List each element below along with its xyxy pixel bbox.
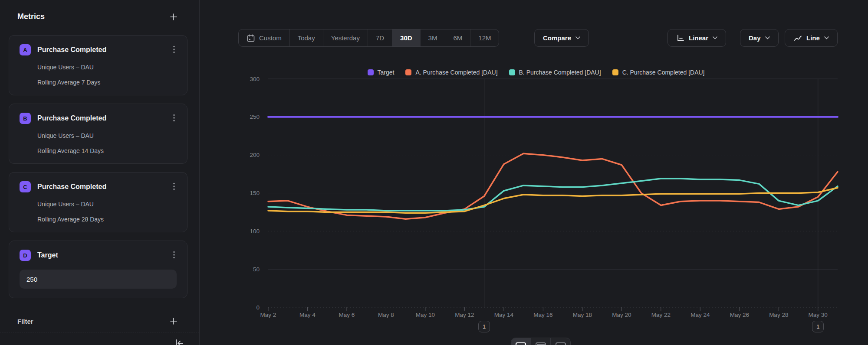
x-axis-label-may-4: May 4: [299, 312, 316, 318]
x-axis-label-may-30: May 30: [809, 312, 828, 318]
y-axis-label-250: 250: [250, 114, 260, 120]
view-option-table-view[interactable]: [551, 338, 570, 345]
y-axis-label-300: 300: [250, 76, 260, 82]
x-axis-label-may-26: May 26: [730, 312, 749, 318]
x-axis-label-may-24: May 24: [690, 312, 710, 318]
y-axis-label-150: 150: [250, 190, 260, 196]
metrics-line-chart: 050100150200250300May 2May 4May 6May 8Ma…: [0, 0, 868, 345]
metrics-dashboard: { "colors": { "background": "#1b1c20", "…: [0, 0, 868, 345]
series-line-b: [268, 179, 838, 211]
y-axis-label-100: 100: [250, 228, 260, 234]
split-view-icon: [535, 342, 546, 345]
x-axis-label-may-16: May 16: [533, 312, 552, 318]
x-axis-label-may-10: May 10: [416, 312, 435, 318]
y-axis-label-0: 0: [256, 304, 260, 311]
annotation-count-badge[interactable]: 1: [812, 321, 824, 332]
x-axis-label-may-6: May 6: [339, 312, 355, 318]
x-axis-label-may-18: May 18: [573, 312, 592, 318]
table-view-icon: [555, 342, 566, 345]
x-axis-label-may-14: May 14: [494, 312, 514, 318]
view-switcher: [511, 338, 571, 345]
view-option-line-view[interactable]: [511, 338, 531, 345]
x-axis-label-may-12: May 12: [455, 312, 474, 318]
x-axis-label-may-28: May 28: [769, 312, 788, 318]
x-axis-label-may-20: May 20: [612, 312, 631, 318]
line-view-icon: [515, 342, 526, 345]
annotation-count-badge[interactable]: 1: [478, 321, 490, 332]
y-axis-label-50: 50: [253, 266, 260, 273]
y-axis-label-200: 200: [250, 152, 260, 158]
x-axis-label-may-8: May 8: [378, 312, 394, 318]
view-option-split-view[interactable]: [531, 338, 551, 345]
x-axis-label-may-2: May 2: [260, 312, 276, 318]
x-axis-label-may-22: May 22: [651, 312, 671, 318]
